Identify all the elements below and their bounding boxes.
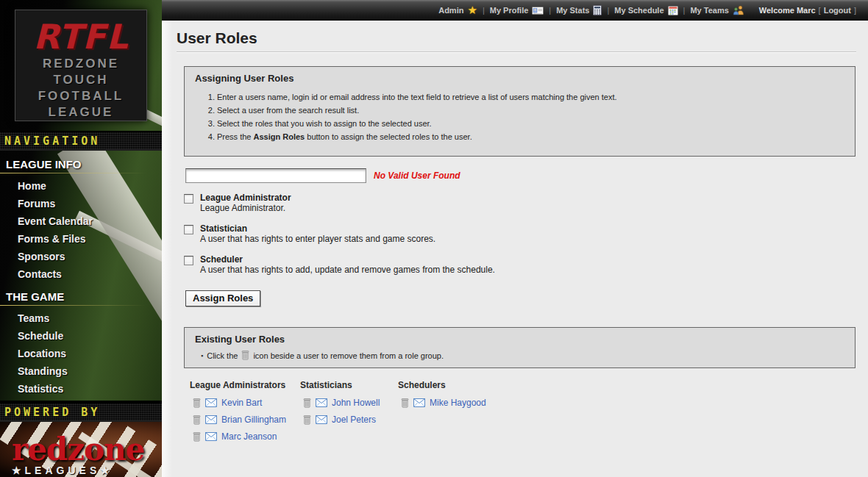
- role-description: League Administrator.: [200, 203, 291, 214]
- role-groups: League Administrators Kevin Bart Brian G…: [190, 380, 868, 448]
- group-statisticians: Statisticians John Howell Joel Peters: [300, 380, 398, 448]
- sidebar-item-locations[interactable]: Locations: [0, 345, 162, 362]
- sidebar-item-teams[interactable]: Teams: [0, 309, 162, 327]
- scheduler-checkbox[interactable]: [184, 256, 193, 265]
- redzone-leagues-logo: redzone ★LEAGUES★: [12, 434, 144, 476]
- instruction-prefix: Click the: [207, 351, 238, 360]
- topbar-my-schedule[interactable]: My Schedule: [614, 5, 677, 15]
- sidebar-item-statistics[interactable]: Statistics: [0, 380, 162, 398]
- user-link[interactable]: Brian Gillingham: [221, 415, 286, 425]
- sidebar-item-sponsors[interactable]: Sponsors: [0, 248, 162, 265]
- email-icon[interactable]: [205, 398, 217, 407]
- user-row: Mike Haygood: [401, 398, 486, 408]
- remove-user-trash-icon[interactable]: [193, 415, 201, 425]
- sidebar-item-home[interactable]: Home: [0, 177, 162, 195]
- search-status-message: No Valid User Found: [374, 171, 460, 181]
- page-title: User Roles: [177, 29, 868, 47]
- sidebar-item-contacts[interactable]: Contacts: [0, 265, 162, 283]
- sidebar-item-event-calendar[interactable]: Event Calendar: [0, 212, 162, 230]
- welcome-text: Welcome Marc: [759, 6, 816, 15]
- user-link[interactable]: Mike Haygood: [430, 398, 486, 408]
- group-league-administrators: League Administrators Kevin Bart Brian G…: [190, 380, 300, 448]
- topbar-my-teams-label: My Teams: [690, 6, 728, 15]
- logo-line: REDZONE: [15, 56, 146, 72]
- bullet: ▪: [201, 352, 203, 359]
- user-row: Joel Peters: [303, 415, 398, 425]
- assign-roles-button[interactable]: Assign Roles: [185, 290, 260, 306]
- remove-user-trash-icon[interactable]: [303, 415, 311, 425]
- step-4-bold: Assign Roles: [254, 132, 305, 141]
- sidebar-item-forums[interactable]: Forums: [0, 195, 162, 212]
- sidebar-item-schedule[interactable]: Schedule: [0, 327, 162, 345]
- section-underline: [0, 305, 162, 306]
- powered-by-bar: POWERED BY: [0, 402, 162, 422]
- trash-icon: [241, 351, 249, 360]
- role-description: A user that has rights to enter player s…: [200, 234, 435, 245]
- redzone-logo-text: redzone: [12, 434, 144, 466]
- remove-user-trash-icon[interactable]: [303, 398, 311, 408]
- remove-user-trash-icon[interactable]: [401, 398, 409, 408]
- step-3: Select the roles that you wish to assign…: [217, 119, 844, 128]
- user-link[interactable]: Kevin Bart: [221, 398, 262, 408]
- role-name: Statistician: [200, 223, 435, 234]
- step-4: Press the Assign Roles button to assign …: [217, 132, 844, 141]
- role-description: A user that has rights to add, update an…: [200, 265, 495, 276]
- sidebar-item-standings[interactable]: Standings: [0, 362, 162, 380]
- user-link[interactable]: Joel Peters: [332, 415, 376, 425]
- step-1: Enter a users name, login id or email ad…: [217, 93, 844, 101]
- bracket: ]: [854, 6, 856, 15]
- main-content: User Roles Assigning User Roles Enter a …: [162, 21, 868, 477]
- remove-user-trash-icon[interactable]: [193, 432, 201, 442]
- topbar-my-stats-label: My Stats: [556, 6, 589, 15]
- user-row: Marc Jeanson: [193, 431, 300, 442]
- user-row: Brian Gillingham: [193, 415, 300, 425]
- email-icon[interactable]: [205, 415, 217, 424]
- user-search-input[interactable]: [185, 168, 366, 183]
- group-title: Schedulers: [398, 380, 486, 390]
- sidebar-item-forms-files[interactable]: Forms & Files: [0, 230, 162, 248]
- role-name: Scheduler: [200, 254, 495, 265]
- user-search-row: No Valid User Found: [185, 168, 868, 183]
- topbar-my-teams[interactable]: My Teams: [690, 5, 744, 15]
- title-divider: [177, 51, 856, 53]
- sidebar: RTFL REDZONE TOUCH FOOTBALL LEAGUE NAVIG…: [0, 0, 162, 477]
- user-link[interactable]: John Howell: [332, 398, 380, 408]
- role-name: League Administrator: [200, 193, 291, 203]
- logo-line: FOOTBALL: [15, 88, 146, 104]
- email-icon[interactable]: [413, 398, 425, 407]
- topbar-my-schedule-label: My Schedule: [614, 6, 664, 15]
- group-schedulers: Schedulers Mike Haygood: [398, 380, 486, 448]
- topbar-admin[interactable]: Admin ★: [438, 6, 477, 15]
- role-row-scheduler: Scheduler A user that has rights to add,…: [184, 254, 868, 276]
- step-4-suffix: button to assign the selected roles to t…: [305, 132, 472, 141]
- calculator-icon: [593, 5, 602, 15]
- email-icon[interactable]: [316, 398, 327, 407]
- section-title-the-game: THE GAME: [0, 283, 162, 305]
- remove-user-trash-icon[interactable]: [193, 398, 201, 408]
- vcard-icon: [532, 6, 544, 15]
- email-icon[interactable]: [316, 415, 327, 424]
- league-administrator-checkbox[interactable]: [184, 194, 193, 204]
- assigning-user-roles-box: Assigning User Roles Enter a users name,…: [184, 66, 855, 157]
- section-title-league-info: LEAGUE INFO: [0, 151, 162, 173]
- topbar-my-profile-label: My Profile: [490, 6, 529, 15]
- navigation-header-bar: NAVIGATION: [0, 131, 162, 151]
- group-title: League Administrators: [190, 380, 300, 390]
- topbar-my-profile[interactable]: My Profile: [490, 6, 544, 15]
- instruction-steps: Enter a users name, login id or email ad…: [217, 93, 844, 141]
- section-underline: [0, 173, 162, 173]
- logout-link[interactable]: Logout: [824, 6, 851, 15]
- bracket: [: [819, 6, 821, 15]
- existing-user-roles-box: Existing User Roles ▪ Click the icon bes…: [184, 327, 855, 368]
- step-4-prefix: Press the: [217, 132, 254, 141]
- topbar: Admin ★ | My Profile | My Stats | My Sch…: [162, 0, 868, 21]
- statistician-checkbox[interactable]: [184, 225, 193, 234]
- logo-line: TOUCH: [15, 72, 146, 88]
- email-icon[interactable]: [205, 432, 217, 441]
- user-row: Kevin Bart: [193, 398, 300, 408]
- existing-box-title: Existing User Roles: [195, 334, 844, 345]
- sidebar-footer: redzone ★LEAGUES★: [0, 422, 162, 477]
- user-link[interactable]: Marc Jeanson: [221, 431, 277, 442]
- user-row: John Howell: [303, 398, 398, 408]
- topbar-my-stats[interactable]: My Stats: [556, 5, 602, 15]
